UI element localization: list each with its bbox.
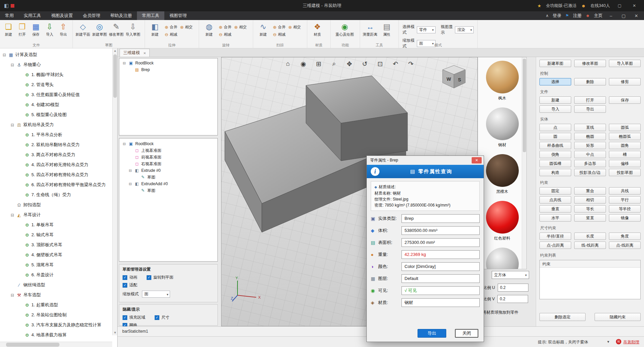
ribbon-button[interactable]: ↔ 测量距离 (362, 21, 378, 37)
expander-icon[interactable] (10, 62, 15, 67)
ribbon-button[interactable]: ❒ 打开 (15, 21, 29, 37)
material-item[interactable]: 枫木 (478, 57, 526, 104)
boolean-op-button[interactable]: ⊕ 合并 (165, 24, 177, 31)
tree-item[interactable]: ▤ Brep (120, 66, 217, 73)
fit-checkbox[interactable]: 适配 (123, 282, 137, 288)
entity-button[interactable]: 矩形 (574, 142, 606, 149)
scrollbar-thumb[interactable] (113, 54, 117, 98)
tree-item[interactable]: ▣ RootBlock (120, 60, 217, 66)
expander-icon[interactable] (122, 61, 127, 65)
dialog-close-icon[interactable]: ✕ (472, 157, 482, 163)
login-link[interactable]: 登录 (553, 13, 561, 19)
material-item[interactable]: 红色塑料 (478, 198, 526, 244)
brand-link[interactable]: 吊装助理 (623, 339, 639, 345)
expander-icon[interactable] (2, 52, 7, 57)
field-value-box[interactable]: Default (401, 274, 480, 283)
entity-button[interactable]: 倒角 (539, 151, 571, 158)
viewport-nav-icon[interactable]: ↷ (407, 60, 415, 68)
boolean-op-button[interactable]: ⊕ 合并 (273, 24, 286, 31)
tree-item[interactable]: ◻ 前视基准面 (120, 154, 217, 160)
home-link[interactable]: 主页 (594, 13, 603, 19)
entity-button[interactable]: 点 (539, 124, 571, 131)
tree-item[interactable]: ⚙ 3. 两点不对称吊点受力 (0, 150, 112, 160)
entity-button[interactable]: 构造 (539, 169, 571, 176)
scale-u-field[interactable]: 0.2 (498, 284, 528, 292)
view-cube[interactable]: W S (439, 63, 469, 93)
material-item[interactable] (478, 244, 526, 269)
tree-item[interactable]: ⚙ 6. 吊盖设计 (0, 270, 112, 280)
boolean-op-button[interactable]: ⊗ 相交 (234, 24, 247, 31)
vertical-scrollbar[interactable]: ▲ ▼ (112, 48, 117, 335)
menu-item[interactable]: 视图及设置 (46, 11, 78, 20)
collapse-ribbon-icon[interactable]: ∧ (546, 13, 549, 18)
tree-item[interactable]: ⚙ 5. 四点不对称有滑轮吊点受力 (0, 170, 112, 180)
file-button[interactable]: 导入 (539, 105, 571, 113)
material-sphere[interactable] (486, 154, 519, 187)
scale-v-field[interactable]: 0.2 (497, 295, 528, 303)
tree-item[interactable]: ⚙ 6. 四点不对称有滑轮带平衡梁吊点受力 (0, 180, 112, 190)
minimize-icon[interactable]: – (607, 13, 615, 18)
dimension-constraint-button[interactable]: 长度 (574, 233, 606, 240)
tree-item[interactable]: ⚙ 5. 溜尾吊耳 (0, 260, 112, 270)
zoom-mode-select[interactable]: 面 (142, 291, 170, 298)
file-button[interactable]: 保存 (609, 96, 641, 104)
material-sphere[interactable] (486, 201, 519, 234)
expander-icon[interactable] (128, 168, 133, 173)
expander-icon[interactable] (128, 182, 133, 186)
viewport-nav-icon[interactable]: ⌂ (284, 60, 292, 68)
material-item[interactable]: 黑檀木 (478, 151, 526, 198)
entity-button[interactable]: 多边形 (574, 160, 606, 167)
scrollbar-thumb[interactable] (6, 343, 59, 347)
entity-button[interactable]: 偏移 (609, 160, 641, 167)
entity-button[interactable]: 圆角 (609, 142, 641, 149)
menu-item[interactable]: 常用工具 (137, 11, 164, 20)
constraint-list[interactable]: 约束 (539, 260, 641, 299)
entity-button[interactable]: 样条曲线 (539, 142, 571, 149)
entity-button[interactable]: 圆 (539, 133, 571, 140)
menu-item[interactable]: 实用工具 (19, 11, 46, 20)
mapping-shape-dropdown[interactable]: 立方体 (492, 271, 529, 279)
rotate-to-plane-checkbox[interactable]: 旋转到平面 (147, 275, 173, 280)
ribbon-button[interactable]: ⇩ 导入草图 (125, 21, 141, 37)
constraint-button[interactable]: 平行 (609, 196, 641, 204)
tree-item[interactable]: ⚙ 4. 创建3D模型 (0, 100, 112, 110)
close-window-icon[interactable]: ✕ (629, 2, 639, 10)
expander-icon[interactable] (10, 293, 15, 298)
tree-item[interactable]: ◻ 右视基准面 (120, 160, 217, 167)
tree-item[interactable]: ⚓ 吊物重心 (0, 60, 112, 70)
fill-region-checkbox[interactable]: 填充区域 (123, 315, 145, 320)
extrude-new-button[interactable]: ◧ 新建 (147, 21, 163, 37)
expander-icon[interactable] (10, 213, 15, 218)
tree-item[interactable]: ⚙ 4. 四点不对称无滑轮吊点受力 (0, 160, 112, 170)
tree-item[interactable]: ⚙ 3. 任意截面重心及特征值 (0, 90, 112, 100)
tree-item[interactable]: ◧ ExtrudeAdd #0 (120, 181, 217, 187)
menu-item[interactable]: 会员管理 (78, 11, 105, 20)
delete-selected-button[interactable]: 删除选定 (539, 313, 586, 321)
menu-item[interactable]: 常用 (0, 11, 19, 20)
ribbon-button[interactable]: ✎ 修改草图 (108, 21, 125, 37)
viewport-nav-icon[interactable]: ⊞ (315, 60, 322, 68)
tree-item[interactable]: ✎ 草图 (120, 187, 217, 194)
material-sphere[interactable] (486, 248, 519, 269)
constraint-button[interactable]: 重合 (574, 187, 606, 195)
tree-item[interactable]: ✎ 草图 (120, 174, 217, 181)
material-button[interactable]: ❖ 材质 (309, 21, 326, 37)
expander-icon[interactable] (10, 122, 15, 127)
revolve-new-button[interactable]: ◍ 新建 (201, 21, 217, 37)
ribbon-button[interactable]: ◇ 新建平面 (74, 21, 91, 37)
viewport-nav-icon[interactable]: ✥ (346, 60, 353, 68)
tree-item[interactable]: ⚙ 2. 双机抬吊翻转吊点受力 (0, 140, 112, 150)
field-value-box[interactable]: 钢材 (401, 298, 480, 307)
tree-item[interactable]: ⚙ 1. 单板吊耳 (0, 220, 112, 230)
ribbon-button[interactable]: ❏ 新建 (2, 21, 15, 37)
boolean-op-button[interactable]: ⊖ 相减 (273, 31, 286, 38)
tree-item[interactable]: ∕ 钢丝绳选型 (0, 280, 112, 290)
constraint-button[interactable]: 垂直 (539, 205, 571, 213)
ribbon-button[interactable]: ◎ 新建草图 (91, 21, 108, 37)
centroid-draw-button[interactable]: ◉ 重心及绘图 (332, 21, 357, 37)
material-item[interactable]: 钢材 (478, 104, 526, 151)
ribbon-button[interactable]: ⇧ 导出 (56, 21, 70, 37)
animation-checkbox[interactable]: 动画 (123, 275, 137, 280)
tree-item[interactable]: ⚙ 3. 顶部板式吊耳 (0, 240, 112, 250)
entity-button[interactable]: 槽 (609, 151, 641, 158)
